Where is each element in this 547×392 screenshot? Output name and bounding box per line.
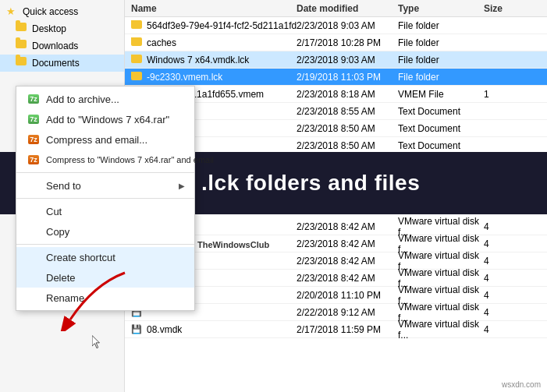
ctx-compress-email[interactable]: 7z Compress and email... — [16, 129, 194, 150]
table-row[interactable]: -9c2330.vmem.lck 2/19/2018 11:03 PM File… — [125, 69, 547, 86]
star-icon: ★ — [6, 5, 19, 18]
ctx-label: Create shortcut — [46, 252, 115, 263]
compress-icon: 7z — [26, 133, 41, 146]
ctx-rename[interactable]: Rename — [16, 288, 194, 308]
watermark-text: TheWindowsClub — [197, 240, 269, 249]
ctx-label: Compress and email... — [46, 134, 147, 146]
file-date: 2/23/2018 8:42 AM — [297, 238, 398, 249]
file-date: 2/23/2018 8:55 AM — [297, 106, 398, 117]
sidebar-item-label: Quick access — [23, 6, 78, 17]
ctx-send-to[interactable]: Send to ▶ — [16, 175, 194, 196]
file-name: 08.vmdk — [147, 324, 182, 335]
file-name: Windows 7 x64.vmdk.lck — [147, 55, 249, 65]
sidebar-item-label: Downloads — [32, 41, 78, 51]
sidebar-item-label: Documents — [32, 58, 80, 69]
folder-icon — [16, 23, 28, 35]
col-header-size[interactable]: Size — [484, 3, 531, 14]
ctx-cut[interactable]: Cut — [16, 201, 194, 221]
file-date: 2/23/2018 9:03 AM — [297, 20, 398, 31]
file-type: VMEM File — [398, 89, 484, 100]
sendto-icon — [26, 179, 41, 192]
file-date: 2/23/2018 8:42 AM — [297, 221, 398, 232]
ctx-delete[interactable]: Delete — [16, 267, 194, 288]
ctx-label: Add to archive... — [46, 94, 119, 105]
file-date: 2/19/2018 11:03 PM — [297, 72, 398, 83]
folder-icon — [16, 40, 28, 52]
table-row[interactable]: caches 2/17/2018 10:28 PM File folder — [125, 34, 547, 51]
file-type: VMware virtual disk f... — [398, 319, 484, 341]
rar-icon: 7z — [26, 113, 41, 125]
table-row[interactable]: 564df3e9-79e4-91f4-fcf2-5d211a1fd655.vme… — [125, 17, 547, 34]
file-date: 2/20/2018 11:10 PM — [297, 290, 398, 301]
file-date: 2/23/2018 8:50 AM — [297, 140, 398, 151]
mouse-cursor — [92, 335, 101, 349]
sidebar-item-desktop[interactable]: Desktop — [0, 20, 124, 37]
file-size: 4 — [484, 290, 531, 301]
file-type: Text Document — [398, 106, 484, 117]
file-date: 2/23/2018 8:42 AM — [297, 273, 398, 284]
wsxdn-watermark: wsxdn.com — [502, 380, 541, 389]
ctx-separator — [16, 244, 194, 245]
ctx-label: Delete — [46, 272, 76, 284]
file-size: 4 — [484, 273, 531, 284]
sidebar-item-label: Desktop — [32, 23, 66, 34]
file-size: 4 — [484, 307, 531, 318]
col-header-date[interactable]: Date modified — [297, 3, 398, 14]
file-date: 2/17/2018 11:59 PM — [297, 324, 398, 335]
column-headers: Name Date modified Type Size — [125, 0, 547, 17]
sidebar-item-downloads[interactable]: Downloads — [0, 37, 124, 55]
svg-marker-1 — [92, 335, 99, 348]
file-size: 4 — [484, 324, 531, 335]
file-name: 564df3e9-79e4-91f4-fcf2-5d211a1fd655.vme… — [147, 20, 297, 31]
ctx-label: Add to "Windows 7 x64.rar" — [46, 114, 169, 125]
folder-icon — [16, 57, 28, 69]
file-size: 4 — [484, 256, 531, 267]
col-header-type[interactable]: Type — [398, 3, 484, 14]
ctx-copy[interactable]: Copy — [16, 221, 194, 242]
table-row[interactable]: Windows 7 x64.vmdk.lck 2/23/2018 9:03 AM… — [125, 51, 547, 69]
file-date: 2/23/2018 8:50 AM — [297, 123, 398, 134]
ctx-add-to-rar[interactable]: 7z Add to "Windows 7 x64.rar" — [16, 109, 194, 129]
file-type: File folder — [398, 72, 484, 83]
submenu-arrow-icon: ▶ — [179, 182, 185, 190]
file-date: 2/22/2018 9:12 AM — [297, 307, 398, 318]
file-name: -9c2330.vmem.lck — [147, 72, 222, 83]
rename-icon — [26, 291, 41, 304]
ctx-add-to-archive[interactable]: 7z Add to archive... — [16, 89, 194, 109]
file-type: File folder — [398, 37, 484, 48]
file-size: 4 — [484, 221, 531, 232]
file-date: 2/17/2018 10:28 PM — [297, 37, 398, 48]
archive-icon: 7z — [26, 93, 41, 105]
file-type: Text Document — [398, 123, 484, 134]
sidebar-item-documents[interactable]: Documents — [0, 55, 124, 72]
delete-icon — [26, 271, 41, 284]
sidebar-item-quickaccess[interactable]: ★ Quick access — [0, 3, 124, 20]
ctx-label: Send to — [46, 180, 81, 192]
ctx-separator — [16, 172, 194, 173]
ctx-label: Copy — [46, 226, 69, 238]
cut-icon — [26, 205, 41, 217]
file-name: caches — [147, 37, 176, 48]
compress2-icon: 7z — [26, 154, 41, 166]
file-type: File folder — [398, 20, 484, 31]
table-row[interactable]: 💾08.vmdk 2/17/2018 11:59 PM VMware virtu… — [125, 321, 547, 338]
file-date: 2/23/2018 8:42 AM — [297, 256, 398, 267]
file-date: 2/23/2018 9:03 AM — [297, 55, 398, 65]
ctx-label: Compress to "Windows 7 x64.rar" and emai… — [46, 155, 214, 164]
ctx-label: Cut — [46, 206, 62, 217]
ctx-separator — [16, 198, 194, 199]
file-size: 1 — [484, 89, 531, 100]
ctx-label: Rename — [46, 292, 84, 304]
file-type: File folder — [398, 55, 484, 65]
file-date: 2/23/2018 8:18 AM — [297, 89, 398, 100]
file-type: Text Document — [398, 140, 484, 151]
context-menu: 7z Add to archive... 7z Add to "Windows … — [16, 86, 195, 311]
file-size: 4 — [484, 238, 531, 249]
ctx-create-shortcut[interactable]: Create shortcut — [16, 247, 194, 267]
shortcut-icon — [26, 251, 41, 263]
col-header-name[interactable]: Name — [125, 3, 297, 14]
ctx-compress-rar-email[interactable]: 7z Compress to "Windows 7 x64.rar" and e… — [16, 150, 194, 170]
copy-icon — [26, 225, 41, 238]
